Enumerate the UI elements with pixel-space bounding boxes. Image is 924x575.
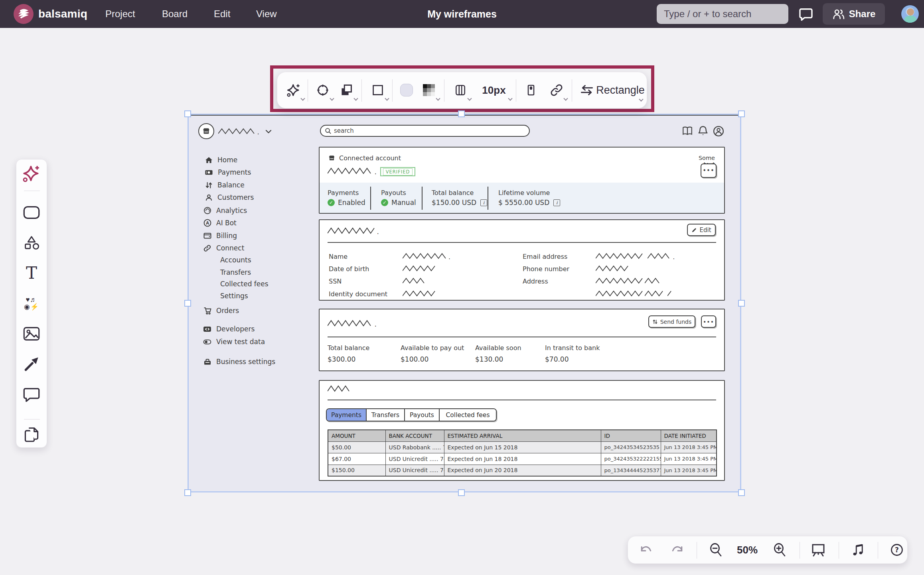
wf-nav-accounts[interactable]: Accounts: [220, 254, 251, 266]
wf-nav-home[interactable]: Home: [205, 154, 237, 165]
divider: [697, 542, 697, 559]
wf-activity-title: [328, 385, 350, 394]
wf-search-input[interactable]: search: [320, 125, 530, 137]
selection-handle-ne[interactable]: [738, 110, 745, 117]
wf-nav-collected-fees[interactable]: Collected fees: [220, 278, 269, 289]
table-row[interactable]: $50.00 USD Rabobank ..... 741 Expected o…: [328, 441, 717, 453]
menu-view[interactable]: View: [256, 0, 277, 28]
divider: [516, 79, 516, 102]
wf-tab-transfers[interactable]: Transfers: [367, 409, 405, 421]
avatar[interactable]: [901, 5, 919, 23]
comment-tool[interactable]: [23, 387, 40, 402]
bell-icon[interactable]: [698, 125, 708, 138]
wf-details-title: .: [328, 227, 379, 236]
fill-swatch-button[interactable]: [400, 84, 413, 96]
account-icon[interactable]: [713, 126, 724, 138]
wf-more-button[interactable]: •••: [701, 315, 716, 328]
wf-more-button[interactable]: •••: [701, 163, 717, 178]
rectangle-tool[interactable]: [23, 205, 40, 220]
wf-workspace-name[interactable]: .: [218, 128, 272, 136]
wf-nav-developers[interactable]: Developers: [203, 323, 255, 335]
wf-nav-connect[interactable]: Connect: [203, 242, 244, 254]
present-button[interactable]: [811, 543, 825, 557]
chevron-down-icon[interactable]: [467, 96, 472, 100]
wf-logo-icon[interactable]: [198, 123, 214, 139]
arrow-tool[interactable]: [24, 356, 39, 372]
chevron-down-icon[interactable]: [300, 96, 305, 100]
ai-sparkle-tool[interactable]: [23, 165, 40, 182]
help-button[interactable]: [890, 543, 904, 557]
wf-tab-collected-fees[interactable]: Collected fees: [440, 409, 496, 421]
search-icon: [325, 128, 331, 134]
chevron-down-icon[interactable]: [385, 96, 389, 100]
opacity-gradient-button[interactable]: [423, 84, 435, 96]
selection-handle-e[interactable]: [738, 300, 745, 307]
chevron-down-icon[interactable]: [508, 96, 512, 100]
wf-nav-settings[interactable]: Settings: [220, 290, 248, 301]
marker-button[interactable]: [525, 84, 537, 96]
assets-tool[interactable]: ♥♬◉⚡: [24, 296, 39, 311]
share-button[interactable]: Share: [823, 3, 885, 25]
chevron-down-icon[interactable]: [436, 96, 440, 100]
divider: [24, 419, 40, 419]
wf-nav-payments[interactable]: Payments: [205, 167, 251, 178]
selection-handle-nw[interactable]: [184, 110, 191, 117]
wf-edit-button[interactable]: Edit: [687, 224, 716, 236]
menu-board[interactable]: Board: [162, 0, 188, 28]
ai-sparkle-button[interactable]: [287, 83, 300, 97]
zoom-level[interactable]: 50%: [737, 544, 758, 556]
wf-nav-orders[interactable]: Orders: [203, 305, 239, 316]
storefront-icon: [328, 154, 336, 162]
control-type-label[interactable]: Rectangle: [596, 84, 645, 96]
global-search-input[interactable]: [657, 4, 788, 24]
table-row[interactable]: $150.00 USD Unicredit ..... 7412 Expecte…: [328, 465, 717, 476]
selection-handle-sw[interactable]: [184, 489, 191, 496]
chevron-down-icon[interactable]: [639, 97, 643, 101]
chat-icon[interactable]: [799, 7, 814, 22]
wf-nav-analytics[interactable]: Analytics: [203, 205, 247, 216]
link-button[interactable]: [550, 84, 563, 96]
music-button[interactable]: [852, 543, 864, 556]
layers-button[interactable]: [340, 84, 353, 96]
wf-tab-payouts[interactable]: Payouts: [405, 409, 440, 421]
grid-size-value[interactable]: 10px: [482, 84, 505, 96]
book-icon[interactable]: [682, 126, 693, 137]
undo-button[interactable]: [640, 544, 653, 555]
brand[interactable]: balsamiq: [14, 4, 87, 24]
chevron-down-icon[interactable]: [265, 128, 272, 135]
info-icon[interactable]: i: [480, 199, 487, 206]
table-row[interactable]: $67.00 USD Unicredit ..... 7412 Expected…: [328, 453, 717, 465]
text-tool[interactable]: T: [26, 265, 37, 282]
wireframe-canvas[interactable]: . search Home Payments Balance Customers…: [189, 115, 740, 491]
chevron-down-icon[interactable]: [353, 96, 358, 100]
redo-button[interactable]: [670, 544, 684, 555]
shapes-tool[interactable]: [23, 235, 40, 250]
wf-tab-payments[interactable]: Payments: [327, 409, 367, 421]
info-icon[interactable]: i: [553, 199, 560, 206]
menu-edit[interactable]: Edit: [214, 0, 230, 28]
image-tool[interactable]: [23, 326, 40, 341]
selection-handle-se[interactable]: [738, 489, 745, 496]
selection-handle-n[interactable]: [458, 110, 465, 117]
zoom-in-button[interactable]: [773, 543, 786, 557]
duplicate-tool[interactable]: [24, 426, 39, 442]
wf-nav-transfers[interactable]: Transfers: [220, 267, 251, 278]
wf-nav-customers[interactable]: Customers: [205, 192, 254, 203]
selection-handle-s[interactable]: [458, 489, 465, 496]
wf-nav-billing[interactable]: Billing: [203, 230, 237, 241]
menu-project[interactable]: Project: [105, 0, 135, 28]
columns-button[interactable]: [454, 84, 466, 96]
divider: [488, 187, 488, 210]
wf-nav-ai-bot[interactable]: AI Bot: [203, 217, 237, 228]
wf-nav-balance[interactable]: Balance: [205, 179, 245, 191]
chevron-down-icon[interactable]: [563, 96, 568, 100]
wf-nav-view-test-data[interactable]: View test data: [203, 336, 265, 347]
target-button[interactable]: [316, 84, 329, 96]
selection-handle-w[interactable]: [184, 300, 191, 307]
swap-control-icon[interactable]: [580, 85, 594, 96]
wf-nav-business-settings[interactable]: Business settings: [203, 356, 275, 367]
rectangle-shape-button[interactable]: [371, 84, 384, 96]
chevron-down-icon[interactable]: [330, 96, 334, 100]
wf-send-funds-button[interactable]: Send funds: [648, 315, 695, 328]
zoom-out-button[interactable]: [709, 543, 722, 557]
